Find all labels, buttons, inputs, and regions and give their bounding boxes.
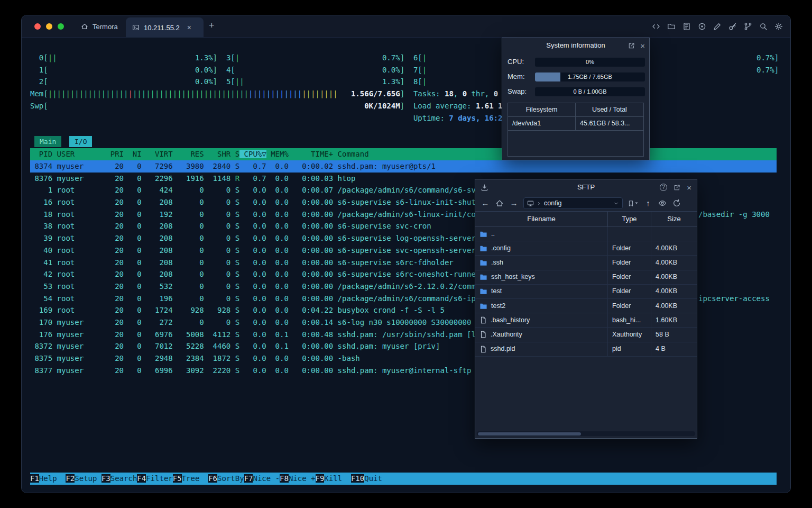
open-in-window-icon[interactable] <box>628 42 635 49</box>
size-column-header[interactable]: Size <box>651 212 697 226</box>
titlebar: Termora 10.211.55.2 × + <box>22 15 790 38</box>
file-name[interactable]: test <box>475 285 608 298</box>
refresh-button[interactable] <box>672 199 681 207</box>
folder-icon <box>479 287 487 295</box>
traffic-light-minimize[interactable] <box>46 23 52 30</box>
up-directory-button[interactable]: ↑ <box>643 197 653 210</box>
file-name[interactable]: .bash_history <box>475 313 608 327</box>
fkey-label[interactable]: Quit <box>364 474 391 483</box>
file-row[interactable]: .bash_historybash_hi...1.60KB <box>475 313 697 328</box>
traffic-light-close[interactable] <box>34 23 41 30</box>
file-name[interactable]: test2 <box>475 299 608 313</box>
folder-icon <box>479 302 487 310</box>
fkey-number[interactable]: F6 <box>208 474 217 483</box>
file-name[interactable]: .config <box>475 241 608 255</box>
chevron-down-icon[interactable] <box>613 201 619 206</box>
traffic-light-zoom[interactable] <box>58 23 64 30</box>
mem-label: Mem: <box>508 71 535 83</box>
file-name[interactable]: ssh_host_keys <box>475 270 608 284</box>
file-row[interactable]: testFolder4.00KB <box>475 285 697 299</box>
fkey-label[interactable]: Search <box>110 474 137 483</box>
file-size: 4.00KB <box>651 299 697 313</box>
panel-title: System information <box>546 41 605 49</box>
htop-tab-io[interactable]: I/O <box>69 136 92 147</box>
open-in-window-icon[interactable] <box>673 184 680 191</box>
panel-header: SFTP ? × <box>475 179 697 195</box>
file-name[interactable]: .Xauthority <box>475 328 608 341</box>
fkey-label[interactable]: SortBy <box>217 474 244 483</box>
fkey-number[interactable]: F7 <box>244 474 253 483</box>
show-hidden-button[interactable] <box>658 199 667 207</box>
fkey-number[interactable]: F8 <box>280 474 289 483</box>
filesystem-table: Filesystem Used / Total /dev/vda1 45.61G… <box>508 103 644 157</box>
fkey-label[interactable]: Nice - <box>253 474 280 483</box>
bookmark-button[interactable] <box>628 200 639 207</box>
horizontal-scrollbar[interactable] <box>477 431 695 436</box>
fkey-number[interactable]: F10 <box>351 474 364 483</box>
fkey-number[interactable]: F9 <box>316 474 325 483</box>
file-row[interactable]: .XauthorityXauthority58 B <box>475 328 697 342</box>
file-table-header[interactable]: Filename Type Size <box>475 211 697 227</box>
file-type: Folder <box>608 256 651 269</box>
titlebar-actions <box>652 22 783 31</box>
htop-function-bar[interactable]: F1Help F2Setup F3SearchF4FilterF5Tree F6… <box>30 473 777 485</box>
file-row[interactable]: sshd.pidpid4 B <box>475 342 697 357</box>
file-row[interactable]: .configFolder4.00KB <box>475 241 697 256</box>
fkey-number[interactable]: F5 <box>173 474 182 483</box>
filename-column-header[interactable]: Filename <box>475 212 608 226</box>
cpu-usage-bar: 0% <box>535 58 645 67</box>
fkey-label[interactable]: Setup <box>75 474 102 483</box>
fkey-label[interactable]: Nice + <box>289 474 316 483</box>
journal-icon[interactable] <box>682 22 691 31</box>
fkey-label[interactable]: Tree <box>182 474 209 483</box>
process-table-header[interactable]: PID USER PRI NI VIRT RES SHR S CPU%▽ MEM… <box>30 148 777 160</box>
help-icon[interactable]: ? <box>660 184 667 191</box>
file-row[interactable]: test2Folder4.00KB <box>475 299 697 313</box>
close-panel-icon[interactable]: × <box>640 42 645 50</box>
file-name[interactable]: .. <box>475 227 608 241</box>
file-name[interactable]: .ssh <box>475 256 608 269</box>
download-icon[interactable] <box>481 179 488 195</box>
fkey-number[interactable]: F1 <box>30 474 39 483</box>
branch-icon[interactable] <box>744 22 752 31</box>
back-button[interactable]: ← <box>481 197 490 210</box>
scrollbar-thumb[interactable] <box>478 432 581 436</box>
fkey-number[interactable]: F3 <box>102 474 110 483</box>
meter-line: Swp[ 0K/1024M] Load average: 1.61 1.18 0… <box>30 100 779 112</box>
close-tab-icon[interactable]: × <box>187 23 191 32</box>
folder-icon[interactable] <box>667 22 676 31</box>
new-tab-button[interactable]: + <box>209 20 215 31</box>
record-icon[interactable] <box>698 22 706 31</box>
terminal[interactable]: 0[|| 1.3%] 3[| 0.7%] 6[| 0.7%] 9[| 0.7%]… <box>22 38 791 493</box>
type-column-header[interactable]: Type <box>608 212 651 226</box>
code-icon[interactable] <box>652 22 660 31</box>
gear-icon[interactable] <box>774 22 783 31</box>
path-breadcrumb[interactable]: config <box>523 197 623 209</box>
htop-tab-main[interactable]: Main <box>34 136 61 147</box>
fkey-number[interactable]: F4 <box>137 474 146 483</box>
search-icon[interactable] <box>759 22 768 31</box>
key-icon[interactable] <box>728 22 737 31</box>
file-row[interactable]: .. <box>475 227 697 241</box>
close-panel-icon[interactable]: × <box>687 184 691 192</box>
tab-termora[interactable]: Termora <box>72 15 126 38</box>
sort-column-cpu[interactable]: CPU%▽ <box>239 150 266 158</box>
forward-button[interactable]: → <box>509 197 519 210</box>
filesystem-table-header: Filesystem Used / Total <box>508 103 643 117</box>
fkey-label[interactable]: Filter <box>146 474 173 483</box>
process-row[interactable]: 8374 myuser 20 0 7296 3980 2840 S 0.7 0.… <box>30 160 777 173</box>
file-size: 4.00KB <box>651 256 697 269</box>
meter-line: Mem[||||||||||||||||||||||||||||||||||||… <box>30 88 779 100</box>
fkey-label[interactable]: Kill <box>324 474 351 483</box>
file-size: 4.00KB <box>651 285 697 298</box>
filesystem-row[interactable]: /dev/vda1 45.61GB / 58.3... <box>508 117 643 131</box>
file-row[interactable]: ssh_host_keysFolder4.00KB <box>475 270 697 285</box>
fkey-label[interactable]: Help <box>39 474 66 483</box>
home-button[interactable] <box>495 199 504 207</box>
fkey-number[interactable]: F2 <box>66 474 75 483</box>
sftp-panel: SFTP ? × ← → config <box>475 179 697 439</box>
file-name[interactable]: sshd.pid <box>475 342 608 356</box>
tab-session[interactable]: 10.211.55.2 × <box>126 17 204 38</box>
pencil-icon[interactable] <box>713 22 722 31</box>
file-row[interactable]: .sshFolder4.00KB <box>475 256 697 270</box>
